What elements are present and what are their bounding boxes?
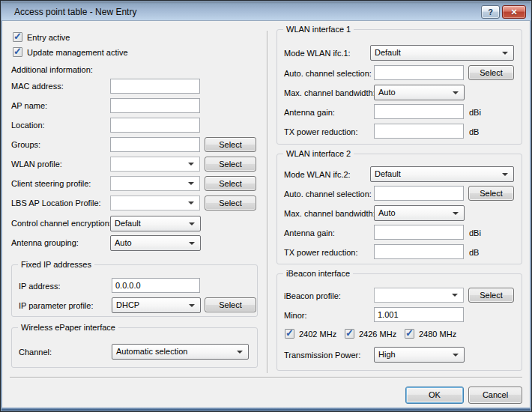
- additional-information-label: Additional information:: [11, 64, 93, 75]
- dropdown-arrow-icon: [502, 173, 508, 176]
- dialog-window: Access point table - New Entry ? ✕ ✓ Ent…: [0, 0, 532, 412]
- fixed-ip-group-title: Fixed IP addresses: [18, 259, 94, 270]
- dropdown-arrow-icon: [188, 163, 194, 166]
- antenna-grouping-label: Antenna grouping:: [11, 237, 79, 248]
- freq-2402-label: 2402 MHz: [299, 329, 336, 339]
- dropdown-arrow-icon: [502, 52, 508, 55]
- update-management-checkbox[interactable]: ✓: [13, 47, 22, 57]
- wlan2-antenna-gain-unit: dBi: [469, 228, 481, 238]
- dropdown-arrow-icon: [188, 182, 194, 185]
- control-channel-encryption-dropdown[interactable]: Default: [110, 216, 201, 231]
- dropdown-arrow-icon: [452, 294, 458, 297]
- checkmark-icon: ✓: [13, 46, 22, 58]
- close-button[interactable]: ✕: [502, 5, 526, 19]
- wlan2-mode-label: Mode WLAN ifc.2:: [284, 169, 351, 180]
- wlan2-auto-channel-select-button[interactable]: Select: [468, 186, 514, 201]
- channel-label: Channel:: [19, 347, 52, 357]
- close-icon: ✕: [510, 7, 517, 16]
- dropdown-arrow-icon: [237, 351, 243, 354]
- checkmark-icon: ✓: [345, 327, 354, 339]
- wlan-profile-combo[interactable]: [110, 157, 200, 172]
- groups-label: Groups:: [11, 139, 40, 150]
- help-button[interactable]: ?: [481, 5, 500, 19]
- dropdown-arrow-icon: [453, 91, 459, 94]
- freq-2402-checkbox[interactable]: ✓: [285, 329, 294, 339]
- wlan2-tx-power-label: TX power reduction:: [284, 247, 357, 258]
- entry-active-checkbox[interactable]: ✓: [13, 32, 22, 42]
- wlan2-group-title: WLAN interface 2: [283, 148, 354, 160]
- wlan2-max-bandwidth-label: Max. channel bandwidth:: [284, 208, 375, 219]
- wlan1-tx-power-input[interactable]: [374, 124, 464, 139]
- update-management-label: Update management active: [27, 47, 128, 58]
- checkmark-icon: ✓: [285, 327, 294, 339]
- ibeacon-profile-select-button[interactable]: Select: [468, 288, 514, 303]
- ibeacon-group-title: iBeacon interface: [283, 268, 353, 279]
- epaper-group-title: Wireless ePaper interface: [18, 322, 118, 333]
- lbs-profile-select-button[interactable]: Select: [205, 196, 256, 210]
- window-frame-bottom: [1, 408, 531, 411]
- wlan1-mode-label: Mode WLAN ifc.1:: [284, 48, 351, 58]
- dropdown-arrow-icon: [453, 212, 459, 215]
- location-input[interactable]: [110, 118, 200, 133]
- freq-2480-label: 2480 MHz: [419, 329, 456, 339]
- dropdown-arrow-icon: [189, 242, 195, 245]
- footer-separator: [10, 377, 522, 378]
- wlan-profile-select-button[interactable]: Select: [205, 157, 256, 172]
- wlan2-auto-channel-label: Auto. channel selection:: [284, 189, 372, 199]
- dropdown-arrow-icon: [189, 304, 195, 307]
- minor-label: Minor:: [284, 310, 307, 321]
- window-title: Access point table - New Entry: [14, 7, 136, 17]
- help-icon: ?: [488, 7, 493, 16]
- client-steering-label: Client steering profile:: [11, 178, 91, 189]
- column-separator: [267, 31, 268, 373]
- wlan1-antenna-gain-unit: dBi: [469, 107, 481, 118]
- wlan2-max-bandwidth-dropdown[interactable]: Auto: [374, 205, 465, 221]
- wlan1-auto-channel-label: Auto. channel selection:: [284, 68, 372, 79]
- wlan1-max-bandwidth-label: Max. channel bandwidth:: [284, 88, 375, 98]
- wlan-profile-label: WLAN profile:: [11, 159, 62, 169]
- client-steering-select-button[interactable]: Select: [205, 176, 256, 191]
- checkmark-icon: ✓: [405, 327, 414, 339]
- ok-button[interactable]: OK: [405, 387, 464, 404]
- wlan1-antenna-gain-input[interactable]: [374, 104, 464, 119]
- location-label: Location:: [11, 120, 45, 130]
- transmission-power-dropdown[interactable]: High: [374, 347, 465, 363]
- client-steering-combo[interactable]: [110, 176, 200, 191]
- minor-input[interactable]: [374, 307, 464, 322]
- wlan1-antenna-gain-label: Antenna gain:: [284, 107, 335, 118]
- wlan1-max-bandwidth-dropdown[interactable]: Auto: [374, 85, 465, 100]
- ap-name-label: AP name:: [11, 100, 47, 111]
- wlan1-group-title: WLAN interface 1: [283, 24, 354, 35]
- dropdown-arrow-icon: [188, 202, 194, 205]
- wlan2-tx-power-input[interactable]: [374, 244, 464, 259]
- ap-name-input[interactable]: [110, 98, 200, 113]
- lbs-profile-combo[interactable]: [110, 196, 200, 210]
- freq-2480-checkbox[interactable]: ✓: [405, 329, 414, 339]
- ip-address-input[interactable]: [112, 278, 200, 293]
- freq-2426-checkbox[interactable]: ✓: [345, 329, 354, 339]
- groups-select-button[interactable]: Select: [205, 137, 256, 152]
- transmission-power-label: Transmission Power:: [284, 350, 360, 360]
- title-bar: Access point table - New Entry ? ✕: [1, 1, 531, 21]
- dropdown-arrow-icon: [453, 354, 459, 357]
- mac-address-input[interactable]: [110, 79, 200, 94]
- cancel-button[interactable]: Cancel: [468, 387, 522, 404]
- ibeacon-profile-label: iBeacon profile:: [284, 291, 341, 301]
- wlan1-tx-power-unit: dB: [469, 127, 479, 137]
- ip-address-label: IP address:: [19, 281, 60, 291]
- antenna-grouping-dropdown[interactable]: Auto: [110, 235, 201, 251]
- ip-parameter-select-button[interactable]: Select: [205, 297, 256, 312]
- wlan1-auto-channel-select-button[interactable]: Select: [468, 65, 514, 80]
- wlan2-auto-channel-input[interactable]: [374, 186, 464, 201]
- wlan2-mode-dropdown[interactable]: Default: [370, 166, 514, 182]
- wlan1-tx-power-label: TX power reduction:: [284, 127, 357, 137]
- ip-parameter-profile-dropdown[interactable]: DHCP: [112, 297, 201, 313]
- groups-input[interactable]: [110, 137, 200, 152]
- wlan1-auto-channel-input[interactable]: [374, 65, 464, 80]
- mac-address-label: MAC address:: [11, 81, 64, 91]
- wlan2-antenna-gain-label: Antenna gain:: [284, 228, 335, 238]
- wlan1-mode-dropdown[interactable]: Default: [370, 45, 514, 61]
- epaper-channel-dropdown[interactable]: Automatic selection: [112, 344, 249, 360]
- wlan2-antenna-gain-input[interactable]: [374, 225, 464, 240]
- ibeacon-profile-combo[interactable]: [374, 288, 464, 303]
